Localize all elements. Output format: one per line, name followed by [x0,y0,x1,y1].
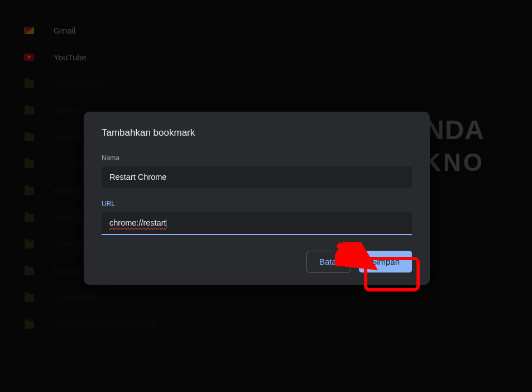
dialog-button-row: Batal Simpan [102,251,412,273]
name-input[interactable] [102,166,412,188]
dialog-title: Tambahkan bookmark [102,127,412,138]
save-button[interactable]: Simpan [359,251,412,273]
add-bookmark-dialog: Tambahkan bookmark Nama URL chrome://res… [84,112,430,285]
url-field-label: URL [102,200,412,208]
name-field-label: Nama [102,154,412,162]
url-input[interactable]: chrome://restart [102,212,412,235]
cancel-button[interactable]: Batal [306,251,351,273]
